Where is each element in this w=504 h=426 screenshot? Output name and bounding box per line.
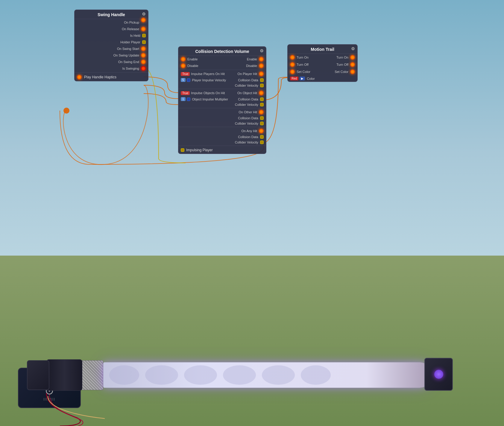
turn-on-out-port[interactable]	[350, 55, 355, 60]
is-swinging-port[interactable]	[141, 66, 146, 71]
cdv-player-hit-port[interactable]	[259, 71, 264, 76]
on-swing-start-port[interactable]	[141, 46, 146, 51]
on-swing-end-row: On Swing End	[75, 59, 148, 65]
turn-on-out-label: Turn On	[336, 56, 348, 59]
is-held-row: Is Held	[75, 32, 148, 39]
cdv-velocity-in-port[interactable]	[187, 78, 190, 82]
cdv-collision-data-1-port[interactable]	[260, 78, 264, 82]
color-arrow-badge: ▶	[300, 77, 305, 80]
holder-player-port[interactable]	[142, 40, 146, 44]
emitter-gem	[434, 370, 443, 379]
cdv-collider-vel-3-port[interactable]	[260, 122, 264, 125]
cdv-on-any-hit-label: On Any Hit	[241, 129, 257, 133]
cdv-collision-4-label: Collision Data	[238, 135, 258, 139]
cdv-object-hit-port[interactable]	[259, 91, 264, 95]
on-pickup-row: On Pickup	[75, 19, 148, 26]
set-color-row: Set Color Set Color	[288, 68, 357, 75]
cdv-object-impulse-label: Object Impulse Multiplier	[192, 97, 238, 101]
on-swing-update-port[interactable]	[141, 53, 146, 58]
cdv-impulsing-label: Impulsing Player	[186, 148, 213, 152]
cdv-collision-data-2-port[interactable]	[260, 97, 264, 101]
set-color-in-label: Set Color	[297, 70, 335, 74]
motion-trail-header: ⚙ Motion Trail	[288, 45, 357, 54]
cdv-collision-3-label: Collision Data	[238, 116, 258, 120]
swing-handle-title: Swing Handle	[98, 12, 125, 17]
cdv-enable-out-label: Enable	[247, 57, 257, 61]
cdv-on-other-hit-label: On Other Hit	[239, 110, 257, 114]
on-pickup-label: On Pickup	[76, 21, 141, 24]
blade-emitter	[424, 358, 453, 391]
cdv-impulsing-port[interactable]	[181, 148, 184, 152]
cdv-collider-vel-1-port[interactable]	[260, 84, 264, 87]
cdv-impulse-objects-row: True Impulse Objects On Hit On Object Hi…	[178, 90, 266, 96]
cdv-collision-4-port[interactable]	[260, 135, 264, 139]
cdv-player-impulse-label: Player Impulse Velocity	[192, 78, 238, 82]
on-swing-end-port[interactable]	[141, 59, 146, 64]
turn-on-in-port[interactable]	[290, 55, 295, 60]
collision-detection-node: ⚙ Collision Detection Volume Enable Enab…	[178, 46, 266, 154]
cdv-multiplier-in-port[interactable]	[187, 97, 190, 101]
color-row: Red ▶ Color	[288, 75, 357, 82]
set-color-out-label: Set Color	[335, 70, 348, 74]
cdv-other-hit-port[interactable]	[259, 110, 264, 114]
blade-seg-6	[301, 365, 331, 385]
cdv-disable-row: Disable Disable	[178, 62, 266, 69]
cdv-collider-vel-3-row: Collider Velocity	[178, 121, 266, 126]
cdv-disable-in-port[interactable]	[181, 63, 186, 68]
cdv-collision-data-1-label: Collision Data	[238, 78, 258, 82]
swing-handle-node: ⚙ Swing Handle On Pickup On Release Is H…	[74, 10, 148, 81]
on-release-row: On Release	[75, 26, 148, 32]
turn-off-out-label: Turn Off	[336, 63, 348, 66]
play-haptics-label: Play Handle Haptics	[84, 75, 116, 79]
cdv-enable-in-port[interactable]	[181, 57, 186, 62]
on-swing-end-label: On Swing End	[76, 60, 141, 64]
cdv-collider-vel-1-label: Collider Velocity	[235, 84, 258, 87]
cdv-num-badge-1: 1	[181, 97, 186, 101]
on-release-label: On Release	[76, 27, 141, 31]
cdv-on-object-hit-label: On Object Hit	[237, 91, 257, 95]
dark-handle	[46, 359, 82, 391]
cdv-object-impulse-row: 1 Object Impulse Multiplier Collision Da…	[178, 96, 266, 102]
3d-scene: GIZMO ⊙ |||||||||	[0, 247, 504, 426]
motion-trail-gear[interactable]: ⚙	[351, 46, 355, 51]
cdv-title: Collision Detection Volume	[195, 49, 249, 54]
red-badge: Red	[290, 77, 298, 80]
set-color-out-port[interactable]	[350, 69, 355, 74]
on-swing-start-row: On Swing Start	[75, 45, 148, 52]
blade-seg-1	[109, 365, 139, 385]
cdv-other-hit-row: On Other Hit	[178, 109, 266, 115]
cdv-impulsing-row: Impulsing Player	[178, 146, 266, 154]
holder-player-label: Holder Player	[76, 40, 142, 44]
set-color-in-port[interactable]	[290, 69, 295, 74]
cdv-disable-out-port[interactable]	[259, 63, 264, 68]
turn-on-in-label: Turn On	[297, 56, 336, 59]
cdv-disable-in-label: Disable	[187, 64, 246, 68]
handle-connector	[27, 360, 49, 390]
cdv-collider-vel-4-port[interactable]	[260, 141, 264, 144]
turn-off-out-port[interactable]	[350, 62, 355, 67]
cdv-collision-data-2-label: Collision Data	[238, 97, 258, 101]
cdv-enable-in-label: Enable	[187, 57, 247, 61]
cdv-enable-row: Enable Enable	[178, 56, 266, 62]
cdv-enable-out-port[interactable]	[259, 57, 264, 62]
is-held-port[interactable]	[142, 34, 146, 37]
on-swing-update-label: On Swing Update	[76, 54, 141, 57]
motion-trail-title: Motion Trail	[311, 47, 334, 52]
on-pickup-port[interactable]	[141, 18, 146, 22]
turn-off-in-port[interactable]	[290, 62, 295, 67]
on-release-port[interactable]	[141, 27, 146, 31]
cdv-collider-vel-2-port[interactable]	[260, 103, 264, 106]
cdv-header: ⚙ Collision Detection Volume	[178, 47, 266, 56]
cdv-any-hit-port[interactable]	[259, 129, 264, 133]
on-swing-start-label: On Swing Start	[76, 47, 141, 51]
cdv-impulse-players-row: True Impulse Players On Hit On Player Hi…	[178, 71, 266, 77]
blade-seg-5	[262, 365, 295, 385]
cdv-collision-3-port[interactable]	[260, 116, 264, 120]
is-held-label: Is Held	[76, 34, 142, 37]
turn-on-row: Turn On Turn On	[288, 54, 357, 61]
cdv-gear[interactable]: ⚙	[260, 48, 264, 53]
play-haptics-port[interactable]	[77, 75, 82, 80]
handle-grip	[81, 360, 103, 390]
cdv-num-badge-5: 5	[181, 78, 186, 82]
swing-handle-gear[interactable]: ⚙	[142, 12, 146, 16]
